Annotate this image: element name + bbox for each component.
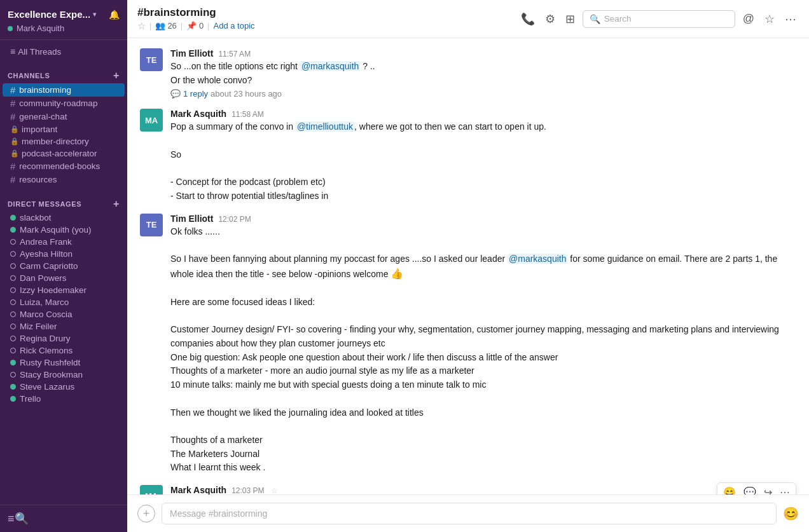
channel-name: resources — [19, 175, 57, 184]
emoji-picker-button[interactable]: 😊 — [783, 506, 799, 521]
message-body: So ...on the title options etc right @ma… — [170, 60, 796, 87]
dm-status-dot — [10, 287, 16, 293]
star-icon[interactable]: ☆ — [137, 20, 146, 32]
mention: @markasquith — [300, 61, 360, 71]
dm-name: Ayesha Hilton — [20, 249, 73, 259]
sidebar-item-dm[interactable]: slackbot — [3, 212, 125, 224]
members-icon: 👥 — [155, 21, 165, 31]
layout-button[interactable]: ⊞ — [563, 10, 577, 29]
dm-status-dot — [10, 275, 16, 281]
sidebar-item-dm[interactable]: Trello — [3, 393, 125, 405]
bookmark-button[interactable]: ☆ — [762, 10, 777, 29]
add-channel-button[interactable]: + — [113, 71, 120, 81]
lock-icon: 🔒 — [10, 137, 19, 146]
sidebar-item-dm[interactable]: Miz Feiler — [3, 320, 125, 332]
sidebar-item-channel[interactable]: 🔒podcast-accelerator — [3, 147, 125, 160]
all-threads-item[interactable]: ≡ All Threads — [3, 45, 125, 58]
sidebar-item-channel[interactable]: #recommended-books — [3, 160, 125, 173]
pin-icon: 📌 — [186, 21, 197, 31]
message-author: Tim Elliott — [170, 48, 213, 58]
main-panel: #brainstorming ☆ | 👥 26 | 📌 0 | Add a to… — [127, 0, 809, 532]
add-topic-link[interactable]: Add a topic — [214, 21, 255, 31]
avatar: MA — [140, 109, 163, 132]
message-time: 12:02 PM — [218, 215, 251, 224]
dm-status-dot — [10, 239, 16, 245]
sidebar-item-dm[interactable]: Carm Capriotto — [3, 260, 125, 272]
sidebar-footer-icon[interactable]: ≡🔍 — [8, 512, 29, 525]
dm-name: Carm Capriotto — [20, 261, 78, 271]
sidebar-item-dm[interactable]: Ayesha Hilton — [3, 248, 125, 260]
user-online-dot — [8, 26, 13, 31]
channel-name: general-chat — [19, 112, 67, 121]
workspace-name-text: Excellence Expe... — [8, 9, 90, 20]
sidebar-item-channel[interactable]: #community-roadmap — [3, 97, 125, 110]
message-author: Tim Elliott — [170, 214, 213, 224]
more-button[interactable]: ⋯ — [782, 10, 799, 29]
sidebar-item-dm[interactable]: Marco Coscia — [3, 308, 125, 320]
topbar: #brainstorming ☆ | 👥 26 | 📌 0 | Add a to… — [127, 0, 809, 38]
dm-status-dot — [10, 384, 16, 390]
dm-name: Miz Feiler — [20, 322, 57, 331]
sidebar-item-channel[interactable]: #general-chat — [3, 110, 125, 123]
message-content: Tim Elliott 12:02 PM Ok folks ...... So … — [170, 214, 796, 475]
attach-button[interactable]: + — [137, 505, 155, 522]
dm-status-dot — [10, 324, 16, 329]
gear-button[interactable]: ⚙ — [543, 10, 558, 29]
message-body: Pop a summary of the convo in @timelliou… — [170, 120, 796, 203]
dm-section: DIRECT MESSAGES + slackbotMark Asquith (… — [0, 189, 127, 407]
channel-name: recommended-books — [19, 161, 100, 171]
dm-name: Stacy Brookman — [20, 370, 83, 379]
channels-list: #brainstorming#community-roadmap#general… — [0, 83, 127, 186]
message-time: 12:03 PM — [232, 486, 264, 494]
forward-button[interactable]: ↪ — [761, 484, 775, 494]
sidebar-item-dm[interactable]: Luiza, Marco — [3, 296, 125, 308]
dm-status-dot — [10, 299, 16, 305]
thread-button[interactable]: 💬 — [740, 484, 759, 494]
channel-name: member-directory — [22, 137, 89, 146]
sidebar-footer: ≡🔍 — [0, 505, 127, 532]
sidebar-item-channel[interactable]: #resources — [3, 173, 125, 186]
avatar: TE — [140, 48, 163, 71]
sidebar-item-dm[interactable]: Rick Clemons — [3, 344, 125, 357]
dm-name: Izzy Hoedemaker — [20, 285, 86, 295]
bell-icon[interactable]: 🔔 — [109, 10, 120, 20]
search-input[interactable] — [604, 14, 719, 24]
add-dm-button[interactable]: + — [113, 199, 120, 209]
sidebar-item-dm[interactable]: Stacy Brookman — [3, 369, 125, 381]
sidebar-item-dm[interactable]: Mark Asquith (you) — [3, 224, 125, 236]
sidebar-item-dm[interactable]: Andrea Frank — [3, 236, 125, 248]
more-actions-button[interactable]: ⋯ — [777, 484, 793, 494]
hash-icon: # — [10, 161, 15, 172]
message-content: Mark Asquith 12:03 PM ☆ I do think the c… — [170, 485, 796, 494]
channels-section-header: CHANNELS + — [0, 71, 127, 81]
sidebar-item-dm[interactable]: Izzy Hoedemaker — [3, 284, 125, 296]
sidebar-item-dm[interactable]: Steve Lazarus — [3, 381, 125, 393]
reaction-button[interactable]: 😄 — [720, 484, 739, 494]
message-header: Mark Asquith 12:03 PM ☆ — [170, 485, 796, 494]
workspace-name[interactable]: Excellence Expe... ▾ 🔔 — [8, 9, 120, 20]
user-name: Mark Asquith — [17, 24, 64, 33]
sidebar-item-channel[interactable]: #brainstorming — [3, 83, 125, 97]
channel-name: important — [22, 125, 57, 134]
sidebar-item-channel[interactable]: 🔒member-directory — [3, 135, 125, 147]
reply-link[interactable]: 💬 1 reply about 23 hours ago — [170, 89, 282, 99]
search-icon: 🔍 — [590, 14, 600, 24]
sidebar-item-dm[interactable]: Regina Drury — [3, 332, 125, 344]
dm-name: Steve Lazarus — [20, 382, 74, 392]
channel-name: brainstorming — [19, 85, 71, 95]
members-count: 👥 26 — [155, 21, 176, 31]
sidebar-item-dm[interactable]: Dan Powers — [3, 272, 125, 284]
sidebar-item-dm[interactable]: Rusty Rushfeldt — [3, 357, 125, 369]
message-group: TE Tim Elliott 12:02 PM Ok folks ...... … — [140, 214, 796, 475]
at-button[interactable]: @ — [740, 10, 757, 28]
search-box: 🔍 — [583, 10, 735, 28]
dm-name: Andrea Frank — [20, 237, 72, 247]
hash-icon: # — [10, 111, 15, 122]
message-input[interactable] — [162, 503, 777, 524]
sidebar: Excellence Expe... ▾ 🔔 Mark Asquith ≡ Al… — [0, 0, 127, 532]
dm-name: Marco Coscia — [20, 310, 73, 319]
call-button[interactable]: 📞 — [518, 10, 537, 29]
star-message-icon[interactable]: ☆ — [271, 486, 278, 494]
dm-status-dot — [10, 227, 16, 233]
sidebar-item-channel[interactable]: 🔒important — [3, 123, 125, 135]
